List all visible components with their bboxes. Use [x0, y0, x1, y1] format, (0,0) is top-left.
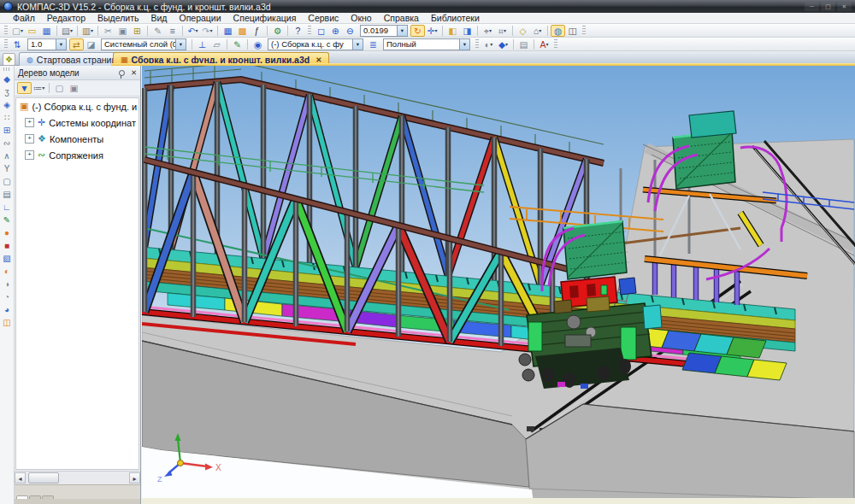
collections-button[interactable]: ∾ — [1, 137, 14, 149]
menu-item[interactable]: Спецификация — [227, 13, 303, 23]
sketch-button[interactable]: ✎ — [1, 214, 14, 226]
box-feature-button[interactable]: ■ — [1, 239, 14, 252]
layer-combo[interactable]: Системный слой (0)▾ — [101, 38, 186, 50]
new-drawing-button[interactable]: ▢ — [1, 175, 14, 188]
toolbar-grip[interactable] — [4, 26, 8, 36]
sphere-feature-button[interactable]: ● — [1, 226, 14, 239]
close-tab-icon[interactable]: ✕ — [315, 56, 321, 64]
tree-item[interactable]: + ∾ Сопряжения — [16, 147, 139, 163]
paste-button[interactable]: ⊞ — [130, 25, 144, 37]
mate-icon-button[interactable]: ◈ — [1, 98, 14, 111]
menu-item[interactable]: Вид — [144, 13, 173, 23]
tree-additional-button[interactable]: ▣ — [67, 82, 81, 94]
boolean-button[interactable]: Y — [1, 162, 14, 175]
scrollbar-thumb[interactable] — [28, 472, 59, 483]
hole-button[interactable]: ◫ — [1, 316, 14, 329]
menu-item[interactable]: Окно — [345, 13, 377, 23]
tree-display-button[interactable]: ▼ — [17, 82, 32, 94]
component-icon-button[interactable]: ◆ — [1, 73, 14, 85]
local-cs-button[interactable]: ⊥ — [195, 38, 209, 50]
model-canvas[interactable]: X Z — [142, 66, 855, 504]
print-button[interactable]: ▤▾ — [60, 25, 74, 37]
tree-structure-button[interactable]: ≔▾ — [32, 82, 46, 94]
chevron-down-icon[interactable]: ▾ — [352, 39, 363, 50]
edit-in-context-button[interactable]: ◉ — [251, 38, 265, 50]
menu-item[interactable]: Сервис — [302, 13, 345, 23]
rotate-view-button[interactable]: ✛▾ — [425, 25, 439, 37]
set-color-button[interactable]: ◆▾ — [496, 38, 510, 50]
snap-grid-button[interactable]: ⌗▾ — [495, 25, 510, 37]
minimize-button[interactable]: ─ — [805, 3, 819, 11]
array-icon-button[interactable]: ∷ — [1, 111, 14, 124]
window-list-icon[interactable]: ❖ — [3, 53, 15, 66]
zoom-out-button[interactable]: ⊖ — [343, 25, 357, 37]
toolbar-grip[interactable] — [582, 26, 586, 36]
chevron-down-icon[interactable]: ▾ — [56, 39, 66, 50]
close-panel-icon[interactable]: ✕ — [131, 68, 137, 77]
refresh-image-button[interactable]: ↻ — [410, 25, 425, 37]
context-help-button[interactable]: ? — [291, 25, 305, 37]
shading-button[interactable]: ◐▾ — [481, 38, 496, 50]
menu-item[interactable]: Операции — [173, 13, 227, 23]
scroll-right-icon[interactable]: ▸ — [129, 472, 140, 483]
zoom-area-button[interactable]: ◻ — [314, 25, 328, 37]
cut-button[interactable]: ✂ — [101, 25, 115, 37]
report-button[interactable]: ▤ — [1, 188, 14, 201]
structure-display-button[interactable]: ≣ — [366, 38, 380, 50]
open-document-button[interactable]: ▭ — [25, 25, 39, 37]
revolve-button[interactable]: ◐ — [1, 265, 14, 278]
front-view-button[interactable]: ◧ — [445, 25, 460, 37]
snap-point-button[interactable]: ⌖▾ — [481, 25, 495, 37]
chevron-down-icon[interactable]: ▾ — [397, 26, 407, 36]
measure-button[interactable]: ∟ — [1, 201, 14, 214]
new-document-button[interactable]: ▢▾ — [10, 25, 25, 37]
menu-item[interactable]: Редактор — [41, 13, 91, 23]
spring-icon-button[interactable]: ʒ — [1, 85, 14, 98]
scroll-left-icon[interactable]: ◂ — [15, 472, 26, 483]
tree-item[interactable]: + ✛ Системы координат — [16, 114, 139, 131]
variables-button[interactable]: ▦ — [221, 25, 235, 37]
detail-level-combo[interactable]: Полный▾ — [383, 38, 470, 50]
fx-button[interactable]: ƒ — [250, 25, 264, 37]
zoom-scale-combo[interactable]: 0.0199▾ — [360, 25, 408, 37]
surface-button[interactable]: ∧ — [1, 149, 14, 162]
save-button[interactable]: ▦ — [39, 25, 54, 37]
copy-button[interactable]: ▣ — [115, 25, 130, 37]
extrude-button[interactable]: ▧ — [1, 252, 14, 265]
tree-composition-button[interactable]: ▢ — [52, 82, 67, 94]
menu-item[interactable]: Справка — [378, 13, 425, 23]
menu-item[interactable]: Файл — [7, 13, 41, 23]
tree-item[interactable]: + ❖ Компоненты — [16, 131, 139, 147]
expand-plus-icon[interactable]: + — [25, 134, 34, 144]
cylinder-button[interactable]: ◑ — [1, 278, 14, 290]
toolbar-grip[interactable] — [308, 26, 311, 36]
fillet-button[interactable]: ◕ — [1, 303, 14, 316]
pin-icon[interactable] — [119, 70, 125, 76]
part-combo[interactable]: (-) Сборка к.ц. с фу▾ — [268, 38, 363, 50]
orientation-button[interactable]: ◍ — [551, 25, 565, 37]
properties-button[interactable]: ≡ — [165, 25, 180, 37]
close-button[interactable]: ✕ — [837, 3, 852, 11]
undo-button[interactable]: ↶▾ — [186, 25, 200, 37]
zoom-in-button[interactable]: ⊕ — [328, 25, 343, 37]
expand-plus-icon[interactable]: + — [25, 150, 34, 160]
shell-button[interactable]: ◔ — [1, 290, 14, 303]
chevron-down-icon[interactable]: ▾ — [459, 39, 469, 50]
preview-button[interactable]: ▥▾ — [80, 25, 95, 37]
simplifications-button[interactable]: ◫ — [565, 25, 580, 37]
text-style-button[interactable]: А▾ — [537, 38, 551, 50]
tree-root-item[interactable]: ▣ (-) Сборка к.ц. с фунд. и кроншт. в — [16, 98, 139, 114]
copy-properties-button[interactable]: ✎ — [150, 25, 165, 37]
tree-horizontal-scrollbar[interactable]: ◂ ▸ — [15, 471, 140, 484]
3d-viewport[interactable]: X Z — [142, 66, 855, 504]
toolbar-grip[interactable] — [475, 39, 479, 50]
stamp-button[interactable]: ▤ — [516, 38, 531, 50]
filter-button[interactable]: ◪ — [84, 38, 98, 50]
wireframe-button[interactable]: ◇ — [516, 25, 530, 37]
sketch-mode-button[interactable]: ✎ — [230, 38, 245, 50]
menu-item[interactable]: Выделить — [91, 13, 144, 23]
toolbar-grip[interactable] — [3, 67, 11, 71]
cursor-step-button[interactable]: ⇅ — [10, 38, 25, 50]
expand-plus-icon[interactable]: + — [25, 118, 34, 127]
spatial-curves-button[interactable]: ▱ — [209, 38, 224, 50]
